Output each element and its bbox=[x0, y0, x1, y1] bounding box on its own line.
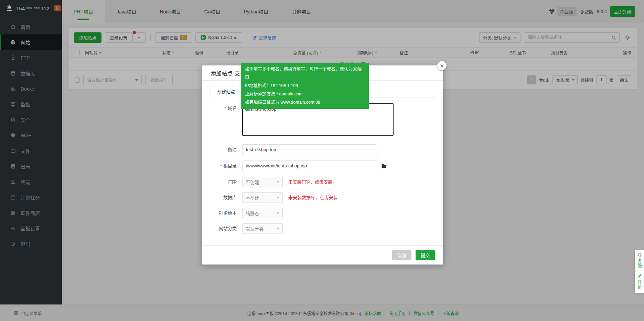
review-label: 评价 bbox=[636, 280, 642, 290]
ftp-select[interactable]: 不创建∨ bbox=[242, 177, 283, 187]
remark-row: 备注 bbox=[202, 144, 443, 155]
tab-create-site[interactable]: 创建站点 bbox=[211, 85, 242, 97]
tooltip-line: 泛解析添加方法 *.domain.com bbox=[245, 90, 365, 98]
chevron-down-icon: ∨ bbox=[277, 211, 279, 215]
cancel-button[interactable]: 取消 bbox=[392, 250, 411, 260]
review-widget[interactable]: 评价 bbox=[635, 271, 644, 293]
chevron-down-icon: ∨ bbox=[277, 195, 279, 200]
ftp-install-warning[interactable]: 未安装FTP，点击安装 bbox=[288, 177, 333, 187]
ftp-row: FTP 不创建∨ 未安装FTP，点击安装 bbox=[202, 177, 443, 187]
rootdir-label: *根目录 bbox=[202, 160, 237, 171]
tooltip-line: 如需填写多个域名，请换行填写，每行一个域名，默认为80端口 bbox=[245, 65, 365, 82]
customer-service-widget[interactable]: 客服 bbox=[635, 250, 644, 271]
ftp-label: FTP bbox=[202, 177, 237, 187]
database-label: 数据库 bbox=[202, 192, 237, 203]
add-site-form: *域名 test.xkshop.top 备注 *根目录 FTP 不创建∨ 未安装… bbox=[202, 97, 443, 234]
chevron-down-icon: ∨ bbox=[277, 180, 279, 184]
folder-picker-button[interactable] bbox=[381, 160, 387, 171]
site-category-row: 网站分类 默认分类∨ bbox=[202, 223, 443, 234]
required-mark: * bbox=[220, 163, 222, 168]
headset-icon bbox=[637, 252, 642, 257]
site-category-select[interactable]: 默认分类∨ bbox=[242, 223, 283, 234]
php-version-row: PHP版本 纯静态∨ bbox=[202, 208, 443, 218]
domain-label: *域名 bbox=[202, 103, 237, 136]
ftp-select-value: 不创建 bbox=[246, 179, 259, 185]
rootdir-input[interactable] bbox=[242, 160, 377, 171]
site-category-label: 网站分类 bbox=[202, 223, 237, 234]
submit-button[interactable]: 提交 bbox=[416, 250, 435, 260]
database-select-value: 不创建 bbox=[246, 194, 259, 201]
remark-label: 备注 bbox=[202, 144, 237, 155]
pencil-icon bbox=[637, 273, 642, 278]
remark-input[interactable] bbox=[242, 144, 377, 155]
tooltip-line: IP地址格式：192.168.1.199 bbox=[245, 82, 365, 90]
database-install-warning[interactable]: 未安装数据库，点击安装 bbox=[288, 192, 337, 203]
php-version-label: PHP版本 bbox=[202, 208, 237, 218]
php-select-value: 纯静态 bbox=[246, 210, 259, 216]
customer-service-label: 客服 bbox=[636, 258, 642, 269]
folder-icon bbox=[381, 163, 387, 169]
database-row: 数据库 不创建∨ 未安装数据库，点击安装 bbox=[202, 192, 443, 203]
chevron-down-icon: ∨ bbox=[277, 226, 279, 231]
close-icon[interactable]: ✕ bbox=[437, 61, 447, 70]
required-mark: * bbox=[225, 106, 226, 111]
php-version-select[interactable]: 纯静态∨ bbox=[242, 208, 283, 218]
category-select-value: 默认分类 bbox=[246, 225, 264, 232]
tooltip-line: 如另加端口格式为 www.domain.com:88 bbox=[245, 98, 365, 106]
rootdir-row: *根目录 bbox=[202, 160, 443, 171]
domain-help-tooltip: 如需填写多个域名，请换行填写，每行一个域名，默认为80端口 IP地址格式：192… bbox=[241, 63, 369, 109]
modal-footer: 取消 提交 bbox=[202, 245, 443, 265]
database-select[interactable]: 不创建∨ bbox=[242, 192, 283, 203]
